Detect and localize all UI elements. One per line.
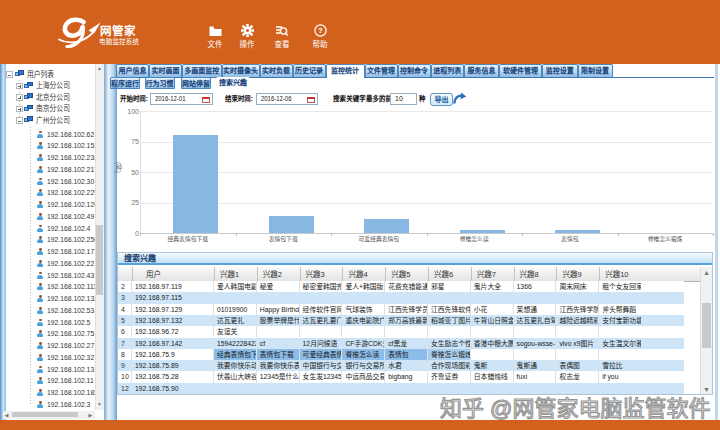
svg-text:?: ?	[318, 26, 323, 35]
